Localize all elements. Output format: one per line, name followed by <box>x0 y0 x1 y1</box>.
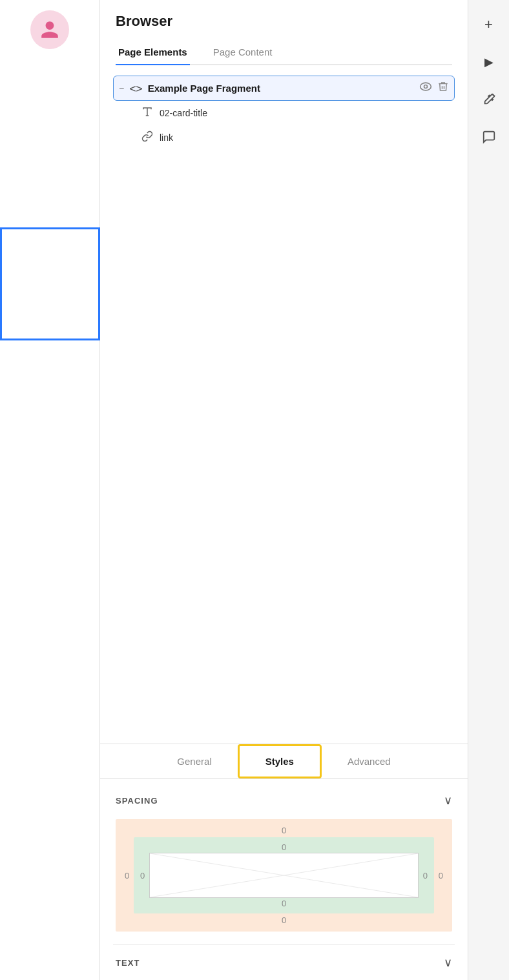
bottom-tabs-container: General Styles Advanced <box>100 744 468 779</box>
link-label: link <box>160 132 173 143</box>
left-sidebar <box>0 0 100 980</box>
paint-button[interactable] <box>475 85 503 114</box>
text-section-header[interactable]: TEXT ∨ <box>113 944 455 980</box>
cursor-button[interactable]: ▶ <box>475 48 503 76</box>
tabs-bar: Page Elements Page Content <box>116 40 452 65</box>
collapse-button[interactable]: − <box>119 83 124 94</box>
spacing-box: 0 0 0 0 0 0 0 <box>116 819 452 932</box>
tree-children: 02-card-title link <box>113 101 455 150</box>
avatar <box>30 10 69 49</box>
selection-box <box>0 227 100 340</box>
code-icon: <> <box>129 82 142 95</box>
svg-point-0 <box>421 83 431 90</box>
text-chevron-icon: ∨ <box>444 955 452 970</box>
margin-left-value[interactable]: 0 <box>125 871 129 881</box>
spacing-section-header[interactable]: SPACING ∨ <box>113 779 455 819</box>
add-button[interactable]: + <box>475 10 503 39</box>
right-sidebar: + ▶ <box>468 0 509 980</box>
padding-box: 0 0 0 0 <box>134 837 434 913</box>
margin-box: 0 0 0 0 0 0 0 <box>116 819 452 932</box>
paint-icon <box>482 92 496 107</box>
fragment-label: Example Page Fragment <box>148 83 419 94</box>
tab-advanced[interactable]: Advanced <box>322 744 417 778</box>
tab-general[interactable]: General <box>151 744 237 778</box>
tab-page-elements[interactable]: Page Elements <box>116 40 190 65</box>
text-icon <box>141 106 153 120</box>
plus-icon: + <box>484 16 493 33</box>
delete-icon[interactable] <box>437 80 449 96</box>
svg-point-1 <box>424 85 428 89</box>
margin-bottom-value[interactable]: 0 <box>282 915 286 925</box>
spacing-title: SPACING <box>116 796 158 806</box>
link-icon <box>141 130 153 145</box>
comment-button[interactable] <box>475 123 503 151</box>
tree-child-link[interactable]: link <box>139 125 455 150</box>
main-panel: Browser Page Elements Page Content − <> … <box>100 0 468 980</box>
content-box <box>149 853 419 898</box>
comment-icon <box>482 130 496 144</box>
tree-area: − <> Example Page Fragment <box>100 65 468 744</box>
card-title-label: 02-card-title <box>160 108 207 118</box>
tab-page-content[interactable]: Page Content <box>211 40 275 65</box>
cursor-icon: ▶ <box>484 55 493 69</box>
tab-styles[interactable]: Styles <box>238 744 322 778</box>
bottom-tabs: General Styles Advanced <box>100 744 468 778</box>
spacing-chevron-icon: ∨ <box>444 793 452 808</box>
tree-child-card-title[interactable]: 02-card-title <box>139 101 455 125</box>
padding-right-value[interactable]: 0 <box>423 871 428 881</box>
row-actions <box>419 80 449 96</box>
padding-left-value[interactable]: 0 <box>140 871 145 881</box>
margin-top-value[interactable]: 0 <box>282 826 286 835</box>
padding-bottom-value[interactable]: 0 <box>282 899 286 908</box>
tree-row-root[interactable]: − <> Example Page Fragment <box>113 76 455 101</box>
browser-header: Browser Page Elements Page Content <box>100 0 468 65</box>
styles-panel: SPACING ∨ 0 0 0 0 0 0 <box>100 779 468 980</box>
diagonal-lines-svg <box>150 853 418 897</box>
eye-icon[interactable] <box>419 81 432 95</box>
browser-title: Browser <box>116 13 452 30</box>
text-title: TEXT <box>116 958 140 968</box>
padding-top-value[interactable]: 0 <box>282 842 286 852</box>
margin-right-value[interactable]: 0 <box>439 871 443 881</box>
user-icon <box>39 19 60 40</box>
